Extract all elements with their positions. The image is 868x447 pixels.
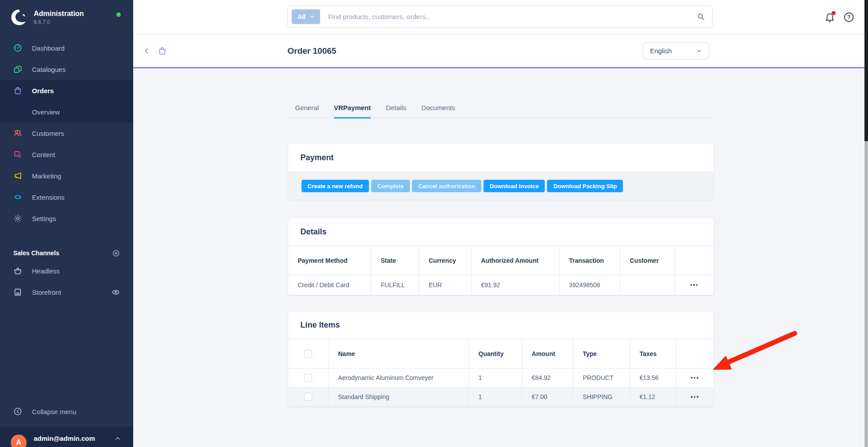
column-header: Taxes: [630, 339, 676, 368]
sidebar-item-orders[interactable]: Orders: [0, 80, 133, 101]
details-table-header: Payment Method State Currency Authorized…: [288, 245, 713, 275]
column-header: Authorized Amount: [472, 246, 559, 275]
cell-taxes: SHIPPING: [573, 388, 630, 406]
sidebar-item-overview[interactable]: Overview: [0, 101, 133, 123]
back-button[interactable]: [143, 47, 151, 55]
column-header-actions: [676, 339, 713, 368]
column-header: Customer: [620, 246, 675, 275]
sidebar-item-marketing[interactable]: Marketing: [0, 165, 133, 186]
chevron-down-icon: [309, 14, 314, 19]
cell-amount: €84.92: [522, 368, 573, 387]
sidebar-item-label: Dashboard: [32, 44, 64, 52]
row-checkbox[interactable]: [304, 393, 312, 401]
cell-type: PRODUCT: [573, 368, 630, 387]
details-card: Details Payment Method State Currency Au…: [288, 218, 714, 296]
complete-button[interactable]: Complete: [371, 180, 410, 192]
global-search: All: [287, 5, 713, 28]
topbar: All ?: [133, 0, 868, 35]
cell-quantity: 1: [469, 388, 522, 406]
cell-payment-method: Credit / Debit Card: [288, 275, 371, 295]
search-scope-label: All: [297, 13, 305, 20]
cell-name: Aerodynamic Aluminum Comveyer: [329, 368, 469, 387]
app-name: Administration: [34, 9, 84, 18]
catalog-icon: [13, 65, 22, 74]
tab-general[interactable]: General: [295, 104, 319, 119]
help-button[interactable]: ?: [843, 12, 855, 23]
gear-icon: [13, 214, 22, 223]
table-row: Standard Shipping 1 €7.00 SHIPPING €1.12: [288, 388, 713, 407]
plug-icon: [13, 193, 22, 202]
column-header: Type: [573, 339, 630, 368]
row-checkbox[interactable]: [304, 374, 312, 382]
sidebar-item-label: Content: [32, 151, 55, 158]
order-module-icon: [158, 46, 167, 55]
column-header: Name: [329, 339, 469, 368]
cell-customer: [620, 275, 675, 295]
cell-transaction: 392498508: [559, 275, 620, 295]
sidebar-item-label: Orders: [32, 87, 54, 95]
sales-channel-label: Storefront: [32, 289, 61, 296]
sidebar-item-dashboard[interactable]: Dashboard: [0, 37, 133, 59]
content-area: General VRPayment Details Documents Paym…: [133, 68, 868, 447]
sidebar-item-catalogues[interactable]: Catalogues: [0, 59, 133, 80]
download-invoice-button[interactable]: Download Invoice: [484, 180, 545, 192]
sidebar-item-extensions[interactable]: Extensions: [0, 186, 133, 208]
collapse-menu-button[interactable]: Collapse menu: [0, 401, 133, 422]
column-header: Amount: [522, 339, 573, 368]
column-header: Quantity: [469, 339, 522, 368]
sidebar-item-label: Marketing: [32, 172, 61, 180]
sidebar-item-storefront[interactable]: Storefront: [0, 281, 133, 303]
notifications-button[interactable]: [824, 12, 836, 23]
main-area: All ?: [133, 0, 868, 447]
sidebar-item-content[interactable]: Content: [0, 144, 133, 165]
cell-quantity: 1: [469, 368, 522, 387]
tab-documents[interactable]: Documents: [421, 104, 455, 119]
table-row: Aerodynamic Aluminum Comveyer 1 €84.92 P…: [288, 368, 713, 388]
sidebar-item-customers[interactable]: Customers: [0, 123, 133, 144]
cell-state: FULFILL: [371, 275, 419, 295]
create-refund-button[interactable]: Create a new refund: [301, 180, 369, 192]
storefront-icon: [13, 288, 22, 297]
row-context-menu-button[interactable]: [689, 374, 700, 381]
gauge-icon: [13, 44, 22, 52]
sidebar-item-headless[interactable]: Headless: [0, 260, 133, 281]
tab-vrpayment[interactable]: VRPayment: [334, 104, 371, 119]
eye-icon[interactable]: [111, 288, 120, 297]
sidebar-item-settings[interactable]: Settings: [0, 208, 133, 229]
search-icon[interactable]: [697, 12, 705, 21]
search-input[interactable]: [327, 12, 697, 21]
add-sales-channel-icon[interactable]: [112, 249, 120, 257]
megaphone-icon: [13, 171, 22, 180]
row-context-menu-button[interactable]: [689, 281, 700, 289]
cell-name: Standard Shipping: [329, 388, 469, 406]
notification-badge: [831, 11, 836, 16]
sidebar-item-label: Settings: [32, 215, 56, 222]
sales-channel-label: Headless: [32, 267, 60, 275]
column-header: Payment Method: [288, 246, 371, 275]
column-header-actions: [675, 246, 713, 275]
column-header: Currency: [419, 246, 472, 275]
order-tabs: General VRPayment Details Documents: [288, 104, 714, 118]
sidebar-item-label: Extensions: [32, 194, 64, 201]
user-email: admin@admin.com: [34, 435, 95, 442]
search-scope-dropdown[interactable]: All: [292, 9, 320, 24]
shopping-bag-icon: [13, 86, 22, 95]
main-menu: Dashboard Catalogues Orders Overview Cu: [0, 37, 133, 229]
sidebar: Administration 6.6.7.0 Dashboard Catalog…: [0, 0, 133, 447]
details-card-title: Details: [301, 227, 327, 237]
scrollbar-thumb[interactable]: [864, 0, 868, 141]
language-select[interactable]: English: [643, 42, 709, 59]
row-context-menu-button[interactable]: [689, 393, 700, 400]
user-menu[interactable]: A admin@admin.com: [0, 427, 133, 447]
page-title: Order 10065: [288, 46, 337, 56]
sidebar-item-label: Overview: [32, 108, 60, 116]
table-row: Credit / Debit Card FULFILL EUR €91.92 3…: [288, 275, 713, 295]
tab-details[interactable]: Details: [386, 104, 406, 119]
download-packing-slip-button[interactable]: Download Packing Slip: [547, 180, 623, 192]
language-select-value: English: [650, 47, 672, 55]
cancel-authorization-button[interactable]: Cancel authorization: [412, 180, 481, 192]
scrollbar-track[interactable]: [864, 0, 868, 447]
collapse-circle-left-icon: [13, 407, 22, 416]
select-all-checkbox[interactable]: [304, 350, 312, 358]
column-header: Transaction: [559, 246, 620, 275]
